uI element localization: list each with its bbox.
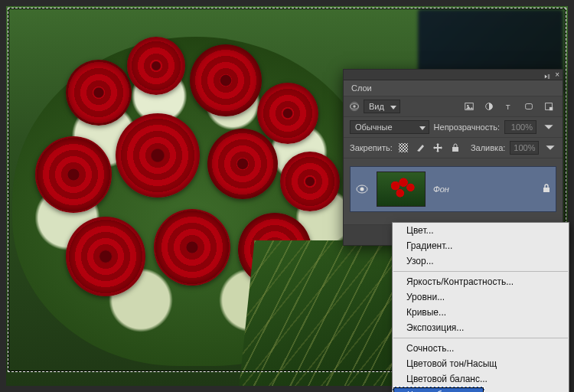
svg-point-14 [360,188,364,191]
adjustment-context-menu: Цвет... Градиент... Узор... Яркость/Конт… [392,222,569,392]
smartobject-icon[interactable] [541,100,556,113]
svg-point-3 [467,105,468,106]
rose [190,44,262,116]
layers-panel: × Слои Вид T Обычные Непрозрачность: 100… [343,69,563,246]
move-icon[interactable] [432,141,445,155]
menu-item-pattern[interactable]: Узор... [393,253,569,269]
svg-rect-9 [399,143,408,152]
svg-text:T: T [506,103,510,111]
menu-item-hue-sat[interactable]: Цветовой тон/Насыщ [393,356,569,371]
menu-item-gradient[interactable]: Градиент... [393,238,569,253]
rose [280,152,340,211]
filter-row: Вид T [344,96,563,116]
svg-rect-15 [543,188,550,192]
rose [116,113,200,198]
rose [66,60,132,126]
rose [66,217,145,296]
layer-name[interactable]: Фон [433,185,534,194]
svg-rect-12 [452,147,458,152]
fill-label: Заливка: [471,143,505,152]
rose [207,129,278,199]
menu-item-photo-filter[interactable]: Фотофильтр... [393,387,569,392]
lock-row: Закрепить: Заливка: 100% [344,137,563,158]
image-icon[interactable] [461,100,477,113]
panel-close-icon[interactable]: × [555,70,559,79]
menu-item-color-balance[interactable]: Цветовой баланс... [393,371,569,387]
type-icon[interactable]: T [501,100,517,113]
blend-row: Обычные Непрозрачность: 100% [344,116,563,137]
panel-menu-icon[interactable] [544,72,550,78]
opacity-field[interactable]: 100% [504,120,536,134]
filter-kind-dropdown[interactable]: Вид [364,100,400,113]
menu-separator [393,338,568,338]
svg-rect-8 [550,107,553,110]
opacity-label: Непрозрачность: [434,122,500,132]
layer-thumbnail[interactable] [377,172,426,207]
chevron-down-icon[interactable] [543,141,556,155]
lock-icon [542,183,551,195]
lock-transparency-icon[interactable] [397,141,410,155]
rose [154,209,230,286]
svg-point-1 [353,105,356,108]
menu-item-brightness-contrast[interactable]: Яркость/Контрастность... [393,274,569,289]
fill-field[interactable]: 100% [510,141,539,155]
filter-eye-icon[interactable] [350,102,359,111]
shape-icon[interactable] [521,100,536,113]
blend-mode-dropdown[interactable]: Обычные [350,120,429,134]
rose [257,83,318,144]
lock-label: Закрепить: [350,143,393,152]
brush-icon[interactable] [414,141,427,155]
lock-all-icon[interactable] [448,141,461,155]
layer-row[interactable]: Фон [350,166,556,212]
rose [127,37,185,95]
adjustments-icon[interactable] [481,100,497,113]
visibility-toggle[interactable] [355,185,369,194]
menu-separator [393,271,568,272]
svg-rect-6 [526,104,533,109]
menu-item-exposure[interactable]: Экспозиция... [393,320,569,335]
menu-item-curves[interactable]: Кривые... [393,305,569,320]
menu-item-vibrance[interactable]: Сочность... [393,341,569,356]
rose [35,136,112,213]
panel-tabbar: × [344,70,563,80]
menu-item-levels[interactable]: Уровни... [393,289,569,305]
panel-title: Слои [344,80,563,96]
chevron-down-icon[interactable] [541,120,556,134]
menu-item-color[interactable]: Цвет... [393,223,569,238]
layers-list: Фон [344,158,563,224]
